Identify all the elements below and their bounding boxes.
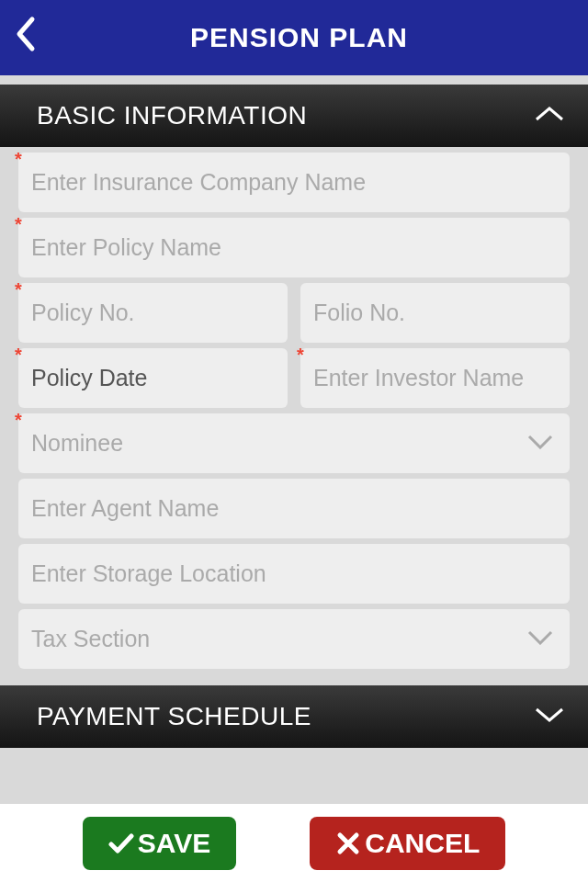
footer: SAVE CANCEL bbox=[0, 804, 588, 882]
required-asterisk: * bbox=[15, 279, 22, 300]
policy-name-input[interactable] bbox=[18, 218, 570, 277]
back-button[interactable] bbox=[14, 16, 36, 61]
save-button[interactable]: SAVE bbox=[83, 817, 236, 870]
required-asterisk: * bbox=[15, 345, 22, 366]
section-payment-schedule-header[interactable]: PAYMENT SCHEDULE bbox=[0, 685, 588, 748]
section-title: PAYMENT SCHEDULE bbox=[37, 702, 311, 731]
close-icon bbox=[335, 831, 361, 855]
field-tax-section bbox=[18, 609, 570, 669]
required-asterisk: * bbox=[297, 345, 304, 366]
field-policy-no: * bbox=[18, 283, 288, 343]
field-company: * bbox=[18, 153, 570, 212]
folio-no-input[interactable] bbox=[300, 283, 570, 343]
section-title: BASIC INFORMATION bbox=[37, 101, 307, 130]
section-basic-information-header[interactable]: BASIC INFORMATION bbox=[0, 85, 588, 147]
page-title: PENSION PLAN bbox=[50, 22, 548, 53]
agent-name-input[interactable] bbox=[18, 479, 570, 538]
header: PENSION PLAN bbox=[0, 0, 588, 75]
nominee-select[interactable] bbox=[18, 413, 570, 473]
policy-no-input[interactable] bbox=[18, 283, 288, 343]
form-basic-information: * * * * * * bbox=[0, 153, 588, 669]
chevron-down-icon bbox=[533, 706, 566, 728]
field-folio-no bbox=[300, 283, 570, 343]
cancel-button-label: CANCEL bbox=[365, 828, 480, 859]
field-storage-location bbox=[18, 544, 570, 604]
tax-section-select[interactable] bbox=[18, 609, 570, 669]
investor-name-input[interactable] bbox=[300, 348, 570, 408]
chevron-up-icon bbox=[533, 105, 566, 127]
required-asterisk: * bbox=[15, 149, 22, 170]
required-asterisk: * bbox=[15, 410, 22, 431]
field-investor-name: * bbox=[300, 348, 570, 408]
field-policy-date: * bbox=[18, 348, 288, 408]
cancel-button[interactable]: CANCEL bbox=[310, 817, 505, 870]
company-name-input[interactable] bbox=[18, 153, 570, 212]
save-button-label: SAVE bbox=[138, 828, 210, 859]
field-policy-name: * bbox=[18, 218, 570, 277]
field-nominee: * bbox=[18, 413, 570, 473]
policy-date-input[interactable] bbox=[18, 348, 288, 408]
field-agent-name bbox=[18, 479, 570, 538]
check-icon bbox=[108, 831, 134, 855]
storage-location-input[interactable] bbox=[18, 544, 570, 604]
required-asterisk: * bbox=[15, 214, 22, 235]
